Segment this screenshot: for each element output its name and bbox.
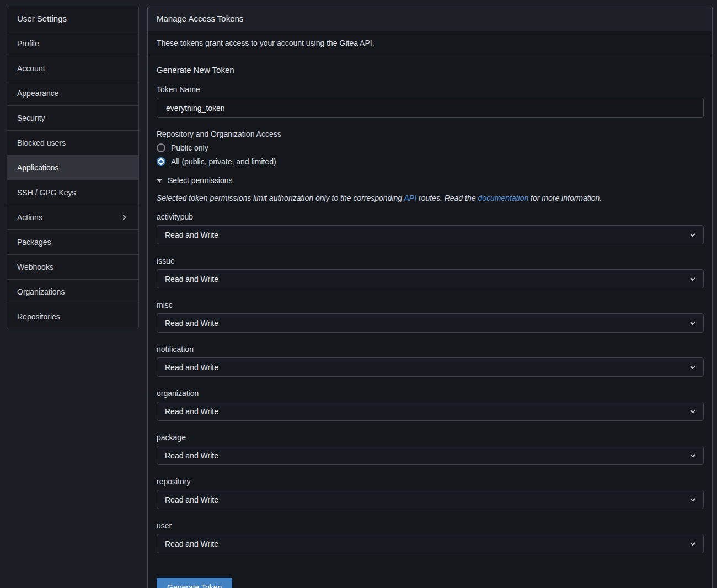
permission-label: activitypub [157,212,704,221]
manage-tokens-panel: Manage Access Tokens These tokens grant … [147,6,713,588]
permission-select-package[interactable]: Read and Write [157,446,704,465]
permission-label: notification [157,345,704,354]
page-title: Manage Access Tokens [148,6,712,31]
permission-group-notification: notification Read and Write [157,345,704,377]
sidebar-item-label: Applications [17,163,59,172]
sidebar-items: Profile Account Appearance Security Bloc… [7,31,138,329]
sidebar-item-webhooks[interactable]: Webhooks [7,254,138,279]
generate-token-form: Generate New Token Token Name Repository… [148,55,712,588]
sidebar-item-ssh-gpg-keys[interactable]: SSH / GPG Keys [7,180,138,205]
permission-group-misc: misc Read and Write [157,301,704,333]
sidebar-item-account[interactable]: Account [7,56,138,81]
access-scope-label: Repository and Organization Access [157,130,704,138]
sidebar-item-label: Actions [17,213,42,222]
sidebar-item-label: Webhooks [17,263,53,271]
permission-select-misc[interactable]: Read and Write [157,313,704,333]
permission-group-user: user Read and Write [157,521,704,553]
permissions-note: Selected token permissions limit authori… [157,194,704,202]
sidebar-item-applications[interactable]: Applications [7,155,138,180]
permission-selects: activitypub Read and Write issue Read an… [157,212,704,553]
permission-select-repository[interactable]: Read and Write [157,490,704,509]
radio-label: Public only [171,143,208,152]
access-radio-all-public-private-and-limited[interactable]: All (public, private, and limited) [157,157,276,166]
permission-label: package [157,433,704,442]
note-text: Selected token permissions limit authori… [157,194,404,202]
token-name-input[interactable] [157,98,704,118]
sidebar-item-label: Security [17,114,45,122]
sidebar-item-label: SSH / GPG Keys [17,188,76,197]
generate-section-title: Generate New Token [157,65,704,74]
sidebar-title: User Settings [7,6,138,31]
radio-icon [157,157,165,166]
sidebar-item-label: Appearance [17,89,59,98]
sidebar-item-label: Profile [17,39,39,48]
note-text: for more information. [528,194,602,202]
permission-label: organization [157,389,704,398]
permission-select-organization[interactable]: Read and Write [157,402,704,421]
documentation-link[interactable]: documentation [478,194,528,202]
permission-select-issue[interactable]: Read and Write [157,269,704,288]
permission-select-notification[interactable]: Read and Write [157,357,704,377]
select-permissions-label: Select permissions [168,176,233,185]
permission-group-organization: organization Read and Write [157,389,704,421]
api-link[interactable]: API [404,194,417,202]
sidebar-item-label: Organizations [17,287,65,296]
permission-group-issue: issue Read and Write [157,256,704,288]
sidebar-item-blocked-users[interactable]: Blocked users [7,130,138,155]
sidebar-item-appearance[interactable]: Appearance [7,81,138,105]
sidebar-item-label: Account [17,64,45,73]
sidebar-item-label: Blocked users [17,138,66,147]
select-permissions-toggle[interactable]: Select permissions [157,176,233,185]
sidebar-item-label: Repositories [17,312,60,321]
sidebar-item-profile[interactable]: Profile [7,31,138,56]
sidebar-item-label: Packages [17,238,51,247]
permission-label: issue [157,256,704,265]
tokens-description: These tokens grant access to your accoun… [148,31,712,55]
access-scope-options: Public only All (public, private, and li… [157,143,704,166]
access-radio-public-only[interactable]: Public only [157,143,208,152]
sidebar-item-organizations[interactable]: Organizations [7,279,138,304]
sidebar-item-actions[interactable]: Actions [7,205,138,229]
permission-select-user[interactable]: Read and Write [157,534,704,553]
permission-label: misc [157,301,704,309]
sidebar-item-packages[interactable]: Packages [7,229,138,254]
permission-group-repository: repository Read and Write [157,477,704,509]
permission-select-activitypub[interactable]: Read and Write [157,225,704,244]
radio-label: All (public, private, and limited) [171,157,276,166]
permission-label: user [157,521,704,530]
settings-sidebar: User Settings Profile Account Appearance… [7,6,139,329]
triangle-down-icon [157,179,162,183]
permission-group-activitypub: activitypub Read and Write [157,212,704,244]
sidebar-item-repositories[interactable]: Repositories [7,304,138,329]
radio-icon [157,143,165,152]
permission-group-package: package Read and Write [157,433,704,465]
generate-token-button[interactable]: Generate Token [157,578,232,588]
settings-page: User Settings Profile Account Appearance… [0,0,717,588]
sidebar-item-security[interactable]: Security [7,105,138,130]
token-name-label: Token Name [157,85,704,94]
note-text: routes. Read the [416,194,478,202]
chevron-right-icon [121,213,129,221]
permission-label: repository [157,477,704,486]
